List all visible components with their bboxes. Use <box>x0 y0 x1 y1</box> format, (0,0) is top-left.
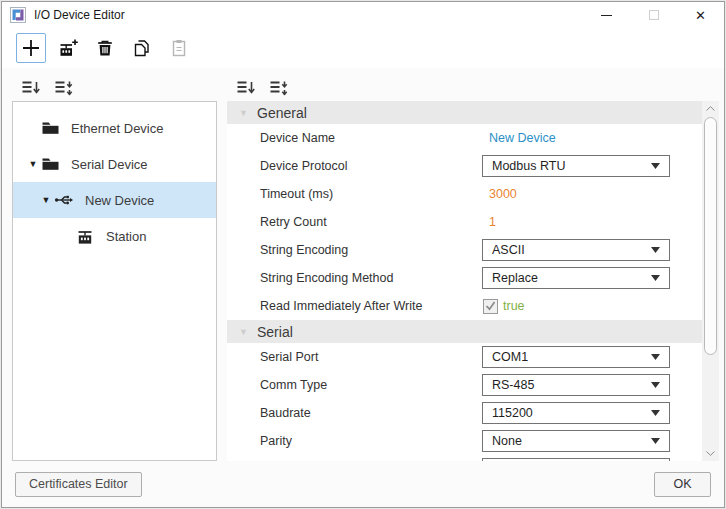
section-title: Serial <box>247 324 293 340</box>
property-row-device-protocol: Device ProtocolModbus RTU <box>227 152 702 180</box>
station-plus-icon <box>58 38 79 59</box>
close-icon: ✕ <box>695 8 706 23</box>
dropdown-value: Replace <box>492 271 538 285</box>
parity-dropdown[interactable]: None <box>482 430 670 452</box>
property-panel: ▼GeneralDevice NameNew DeviceDevice Prot… <box>227 74 719 461</box>
scroll-down-icon[interactable] <box>702 446 719 461</box>
property-label: String Encoding <box>227 243 482 257</box>
titlebar: I/O Device Editor ✕ <box>2 2 724 28</box>
serial-port-dropdown[interactable]: COM1 <box>482 346 670 368</box>
property-row-serial-port: Serial PortCOM1 <box>227 343 702 371</box>
chevron-down-icon <box>651 438 660 444</box>
chevron-down-icon <box>651 410 660 416</box>
app-logo-icon <box>10 7 26 23</box>
tree-item-serial-device[interactable]: ▼Serial Device <box>13 146 216 182</box>
device-tree: Ethernet Device▼Serial Device▼New Device… <box>12 101 217 461</box>
trash-icon <box>95 38 115 58</box>
minimize-icon <box>601 15 612 16</box>
tree-item-station[interactable]: Station <box>13 218 216 254</box>
dropdown-value: None <box>492 434 522 448</box>
property-label: Device Protocol <box>227 159 482 173</box>
chevron-down-icon <box>651 163 660 169</box>
check-icon <box>485 297 496 315</box>
property-row-string-encoding-method: String Encoding MethodReplace <box>227 264 702 292</box>
toolbar-button-add-device[interactable] <box>16 33 46 63</box>
tree-item-label: Station <box>106 229 146 244</box>
retry-count-value[interactable]: 1 <box>482 215 496 229</box>
main-area: Ethernet Device▼Serial Device▼New Device… <box>2 68 724 461</box>
section-header-general[interactable]: ▼General <box>227 101 702 124</box>
chevron-down-icon[interactable]: ▼ <box>25 159 41 169</box>
string-encoding-method-dropdown[interactable]: Replace <box>482 267 670 289</box>
tree-panel-toolbar <box>12 74 217 101</box>
dropdown-value: 115200 <box>492 406 533 420</box>
dropdown-value: COM1 <box>492 350 528 364</box>
folder-icon <box>41 119 60 137</box>
tree-item-new-device[interactable]: ▼New Device <box>13 182 216 218</box>
property-row-timeout-ms: Timeout (ms)3000 <box>227 180 702 208</box>
minimize-button[interactable] <box>583 2 630 28</box>
dropdown-value: ASCII <box>492 243 525 257</box>
chevron-down-icon <box>651 275 660 281</box>
certificates-editor-button[interactable]: Certificates Editor <box>15 472 142 497</box>
paste-icon <box>169 38 189 58</box>
toolbar <box>2 28 724 68</box>
property-grid: ▼GeneralDevice NameNew DeviceDevice Prot… <box>227 101 702 461</box>
checkbox-value-text: true <box>503 299 525 313</box>
property-row-retry-count: Retry Count1 <box>227 208 702 236</box>
expand-all-icon[interactable] <box>54 80 74 96</box>
window-controls: ✕ <box>583 2 724 28</box>
tree-item-label: New Device <box>85 193 154 208</box>
ok-button[interactable]: OK <box>654 472 711 497</box>
chevron-down-icon[interactable]: ▼ <box>38 195 54 205</box>
toolbar-button-copy[interactable] <box>127 33 157 63</box>
maximize-button[interactable] <box>630 2 677 28</box>
tree-item-ethernet-device[interactable]: Ethernet Device <box>13 110 216 146</box>
station-icon <box>75 226 95 246</box>
collapse-all-icon[interactable] <box>21 80 41 96</box>
dropdown-value: RS-485 <box>492 378 534 392</box>
device-protocol-dropdown[interactable]: Modbus RTU <box>482 155 670 177</box>
string-encoding-dropdown[interactable]: ASCII <box>482 239 670 261</box>
property-label: Read Immediately After Write <box>227 299 482 313</box>
property-label: Serial Port <box>227 350 482 364</box>
property-label: String Encoding Method <box>227 271 482 285</box>
property-row-string-encoding: String EncodingASCII <box>227 236 702 264</box>
chevron-down-icon <box>651 247 660 253</box>
usb-device-icon <box>54 191 74 209</box>
property-row-read-immediately-after-write: Read Immediately After Writetrue <box>227 292 702 320</box>
vertical-scrollbar[interactable] <box>702 101 719 461</box>
property-label: Comm Type <box>227 378 482 392</box>
chevron-down-icon <box>651 382 660 388</box>
toolbar-button-add-station[interactable] <box>53 33 83 63</box>
chevron-down-icon: ▼ <box>227 327 247 337</box>
timeout-ms-value[interactable]: 3000 <box>482 187 517 201</box>
device-tree-panel: Ethernet Device▼Serial Device▼New Device… <box>12 74 217 461</box>
comm-type-dropdown[interactable]: RS-485 <box>482 374 670 396</box>
maximize-icon <box>649 10 659 20</box>
device-name-value[interactable]: New Device <box>482 131 556 145</box>
property-row-comm-type: Comm TypeRS-485 <box>227 371 702 399</box>
property-label: Parity <box>227 434 482 448</box>
property-row-parity: ParityNone <box>227 427 702 455</box>
window-title: I/O Device Editor <box>34 8 125 22</box>
read-immediately-after-write-checkbox[interactable] <box>483 299 498 314</box>
property-row-device-name: Device NameNew Device <box>227 124 702 152</box>
footer-bar: Certificates Editor OK <box>2 461 724 507</box>
toolbar-button-paste <box>164 33 194 63</box>
section-title: General <box>247 105 307 121</box>
section-header-serial[interactable]: ▼Serial <box>227 320 702 343</box>
property-label: Timeout (ms) <box>227 187 482 201</box>
collapse-all-icon[interactable] <box>236 80 256 96</box>
toolbar-button-delete[interactable] <box>90 33 120 63</box>
close-button[interactable]: ✕ <box>677 2 724 28</box>
baudrate-dropdown[interactable]: 115200 <box>482 402 670 424</box>
property-label: Device Name <box>227 131 482 145</box>
chevron-down-icon <box>651 354 660 360</box>
scroll-up-icon[interactable] <box>702 101 719 116</box>
property-row-baudrate: Baudrate115200 <box>227 399 702 427</box>
scrollbar-thumb[interactable] <box>704 117 717 355</box>
expand-all-icon[interactable] <box>269 80 289 96</box>
chevron-down-icon: ▼ <box>227 108 247 118</box>
tree-item-label: Ethernet Device <box>71 121 164 136</box>
